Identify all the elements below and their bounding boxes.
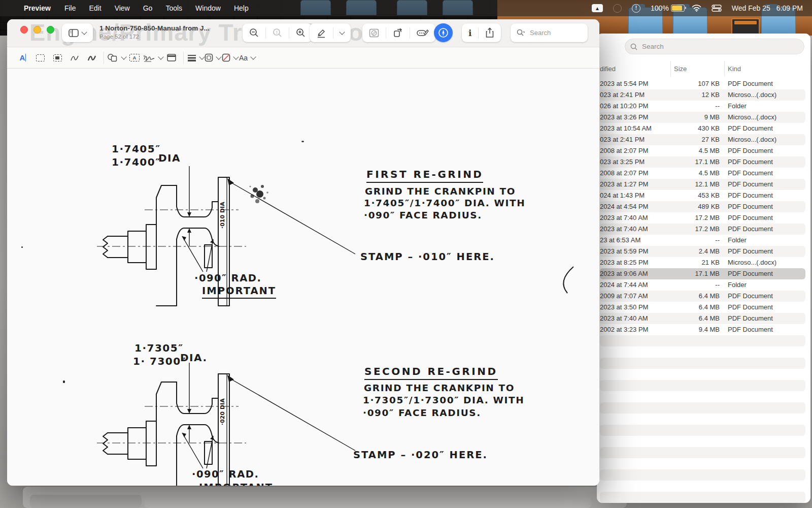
fill-color-menu[interactable] (221, 50, 239, 66)
file-row[interactable]: 2023 at 7:40 AM17.2 MBPDF Document (600, 212, 805, 224)
column-header-size[interactable]: Size (674, 65, 687, 73)
actual-size-button[interactable]: 1 (266, 23, 289, 42)
finder-window[interactable]: dified Size Kind 2023 at 5:54 PM107 KBPD… (597, 34, 810, 503)
file-row[interactable]: 2024 at 4:54 PM489 KBPDF Document (600, 201, 805, 212)
shape-style-menu[interactable] (187, 50, 204, 66)
menu-tools[interactable]: Tools (159, 4, 189, 12)
show-markup-toolbar-button[interactable] (410, 23, 435, 42)
flange-stamp-label: ·020 DIA (219, 398, 226, 425)
chevron-down-icon (81, 29, 87, 35)
file-row[interactable]: 023 at 2:41 PM27 KBMicroso...(.docx) (600, 134, 805, 145)
file-row[interactable]: 2008 at 2:07 PM4.5 MBPDF Document (600, 168, 805, 179)
zoom-out-button[interactable] (243, 23, 265, 42)
text-style-menu[interactable]: Aa (239, 50, 256, 66)
pen-button[interactable] (310, 23, 333, 42)
file-row[interactable]: 2023 at 7:40 AM17.2 MBPDF Document (600, 224, 805, 235)
file-kind: PDF Document (728, 268, 773, 279)
file-kind: PDF Document (728, 291, 773, 302)
file-row[interactable]: 2024 at 7:44 AM--Folder (600, 279, 805, 291)
file-kind: PDF Document (728, 123, 773, 134)
file-row[interactable]: 2023 at 3:50 PM6.4 MBPDF Document (600, 302, 805, 313)
redact-button[interactable] (362, 23, 386, 42)
file-kind: Folder (728, 235, 747, 246)
file-row[interactable]: 2002 at 3:23 PM9.4 MBPDF Document (600, 324, 805, 335)
column-header-kind[interactable]: Kind (728, 65, 741, 73)
empty-row (600, 481, 805, 492)
pdf-page[interactable]: ·010 DIA 1·7405″ 1·7400″ DIA FIRST RE-GR… (7, 69, 599, 486)
menu-go[interactable]: Go (137, 4, 159, 12)
file-row[interactable]: 2023 at 5:54 PM107 KBPDF Document (600, 78, 805, 89)
battery-status[interactable]: 100% (646, 0, 687, 16)
search-icon (517, 29, 525, 37)
preview-search-field[interactable] (511, 23, 588, 42)
minimize-button[interactable] (33, 26, 41, 34)
file-row[interactable]: 023 at 3:25 PM17.1 MBPDF Document (600, 156, 805, 168)
rect-selection-tool[interactable] (31, 50, 49, 66)
file-row[interactable]: 2008 at 2:07 PM4.5 MBPDF Document (600, 145, 805, 156)
file-row[interactable]: 23 at 6:53 AM--Folder (600, 235, 805, 246)
file-row[interactable]: 023 at 2:41 PM12 KBMicroso...(.docx) (600, 89, 805, 101)
rotate-button[interactable] (386, 23, 410, 42)
textbox-tool[interactable]: A (126, 50, 143, 66)
file-kind: Folder (728, 279, 747, 291)
signature-icon (143, 54, 155, 62)
finder-search-input[interactable] (641, 42, 770, 51)
menu-clock[interactable]: Wed Feb 25 6:09 PM (727, 0, 812, 16)
file-row[interactable]: 2023 at 8:25 PM21 KBMicroso...(.docx) (600, 257, 805, 268)
menu-extra-dim[interactable] (608, 0, 627, 16)
share-button[interactable] (479, 23, 501, 42)
menu-window[interactable]: Window (189, 4, 227, 12)
shapes-tool[interactable] (107, 50, 126, 66)
close-button[interactable] (20, 26, 28, 34)
file-size: -- (640, 235, 720, 246)
draw-tool[interactable] (83, 50, 100, 66)
file-row[interactable]: 2023 at 7:40 AM6.4 MBPDF Document (600, 313, 805, 324)
app-menu-preview[interactable]: Preview (17, 4, 58, 12)
file-kind: Microso...(.docx) (728, 134, 776, 145)
menu-date: Wed Feb 25 (732, 4, 770, 12)
sidebar-toggle-button[interactable] (62, 23, 93, 42)
sketch-tool[interactable] (66, 50, 83, 66)
file-row[interactable]: 2023 at 3:26 PM9 MBMicroso...(.docx) (600, 112, 805, 123)
control-center-icon (712, 5, 722, 12)
note-tool[interactable] (163, 50, 180, 66)
text-selection-tool[interactable]: A (14, 50, 31, 66)
preview-window[interactable]: Engine/Primary Transmission 1 Norton-750… (7, 19, 599, 486)
highlight-mode-button[interactable] (434, 23, 453, 42)
zoom-window-button[interactable] (47, 26, 54, 34)
draw-icon (87, 54, 96, 62)
file-row[interactable]: 2023 at 5:59 PM2.4 MBPDF Document (600, 246, 805, 257)
menu-help[interactable]: Help (227, 4, 255, 12)
column-header-modified[interactable]: dified (600, 65, 616, 73)
info-button[interactable]: i (462, 23, 478, 42)
radius-note: ·090″ RAD. (194, 272, 261, 284)
file-size: 17.2 MB (640, 224, 720, 235)
signature-tool[interactable] (143, 50, 163, 66)
border-color-menu[interactable] (204, 50, 221, 66)
menu-edit[interactable]: Edit (83, 4, 108, 12)
markup-toolbar-icon (417, 28, 429, 38)
menu-file[interactable]: File (58, 4, 83, 12)
file-row[interactable]: 2023 at 10:54 AM430 KBPDF Document (600, 123, 805, 134)
control-center[interactable] (706, 0, 727, 16)
menu-view[interactable]: View (108, 4, 137, 12)
file-row[interactable]: 2023 at 1:27 PM12.1 MBPDF Document (600, 179, 805, 190)
time-machine-status[interactable]: ! (627, 0, 646, 16)
scan-artifact (538, 484, 589, 486)
preview-search-input[interactable] (529, 28, 577, 37)
wifi-status[interactable] (687, 0, 706, 16)
chevron-down-icon (233, 54, 239, 59)
instant-alpha-tool[interactable] (49, 50, 66, 66)
file-row[interactable]: 2023 at 9:06 AM17.1 MBPDF Document (600, 268, 805, 279)
file-row[interactable]: 2009 at 7:07 AM6.4 MBPDF Document (600, 291, 805, 302)
menu-bar: Preview File Edit View Go Tools Window H… (0, 0, 812, 16)
speck (21, 246, 23, 248)
finder-search-field[interactable] (625, 39, 804, 54)
file-row[interactable]: 026 at 10:20 PM--Folder (600, 101, 805, 112)
file-row[interactable]: 024 at 1:43 PM453 KBPDF Document (600, 190, 805, 201)
menu-extra-app[interactable]: ▲ (587, 0, 608, 16)
pen-options-button[interactable] (333, 23, 351, 42)
zoom-in-button[interactable] (289, 23, 312, 42)
file-kind: PDF Document (728, 324, 773, 335)
file-size: 17.2 MB (640, 212, 720, 224)
